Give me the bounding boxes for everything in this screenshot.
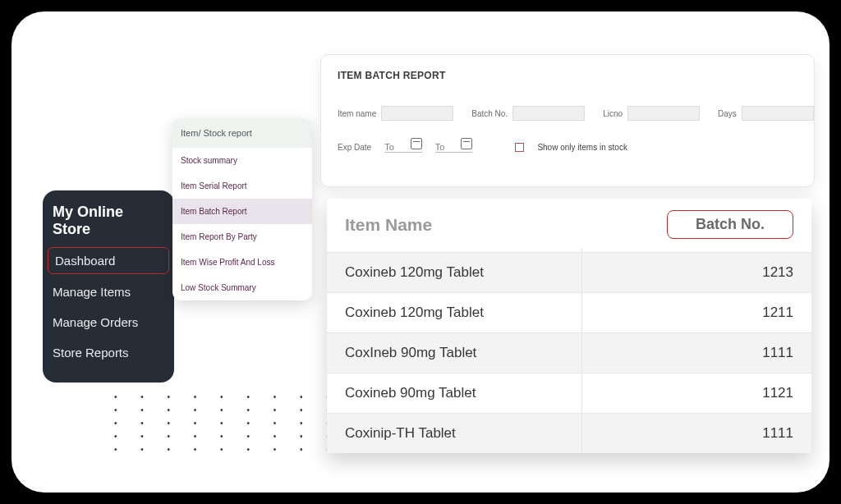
cell-item-name: Coxineb 120mg Tablet [345, 264, 728, 281]
calendar-icon[interactable] [411, 138, 422, 149]
sidebar-item-store-reports[interactable]: Store Reports [43, 337, 174, 368]
table-row[interactable]: Coxineb 90mg Tablet 1121 [327, 373, 811, 413]
batch-no-input[interactable] [512, 106, 585, 121]
submenu-item-batch-report[interactable]: Item Batch Report [172, 199, 312, 224]
cell-item-name: Coxineb 90mg Tablet [345, 385, 728, 401]
cell-batch-no: 1213 [728, 264, 793, 281]
table-header: Item Name Batch No. [327, 199, 811, 252]
filter-panel-title: ITEM BATCH REPORT [338, 70, 797, 81]
app-canvas: • • • • • • • • • • • • • • • • • • • • … [11, 11, 830, 493]
batch-report-filter-panel: ITEM BATCH REPORT Item name Batch No. Li… [320, 54, 815, 187]
item-name-label: Item name [338, 109, 376, 118]
table-row[interactable]: Coxineb 120mg Tablet 1211 [327, 292, 811, 332]
column-divider [581, 248, 582, 453]
submenu-header: Item/ Stock report [172, 118, 312, 148]
days-input[interactable] [742, 106, 814, 121]
cell-batch-no: 1211 [728, 305, 793, 321]
submenu-low-stock-summary[interactable]: Low Stock Summary [172, 275, 312, 300]
submenu-stock-summary[interactable]: Stock summary [172, 148, 312, 173]
store-brand: My Online Store [43, 202, 174, 245]
exp-date-label: Exp Date [338, 143, 371, 152]
licno-label: Licno [603, 109, 623, 118]
sidebar-item-manage-orders[interactable]: Manage Orders [43, 307, 174, 337]
batch-report-table: Item Name Batch No. Coxineb 120mg Tablet… [327, 199, 811, 453]
sidebar-item-manage-items[interactable]: Manage Items [43, 277, 174, 307]
batch-no-label: Batch No. [471, 109, 508, 118]
table-body: Coxineb 120mg Tablet 1213 Coxineb 120mg … [327, 252, 811, 453]
cell-item-name: Coxinip-TH Tablet [345, 425, 728, 442]
show-only-in-stock-label: Show only items in stock [537, 143, 627, 152]
exp-to-date[interactable]: To [435, 139, 473, 156]
table-row[interactable]: Coxinip-TH Tablet 1111 [327, 413, 811, 453]
licno-input[interactable] [627, 106, 700, 121]
column-item-name: Item Name [345, 215, 432, 235]
show-only-in-stock-checkbox[interactable] [515, 143, 524, 152]
calendar-icon[interactable] [461, 138, 472, 149]
submenu-item-report-by-party[interactable]: Item Report By Party [172, 224, 312, 250]
cell-item-name: CoxIneb 90mg Tablet [345, 345, 728, 361]
table-row[interactable]: Coxineb 120mg Tablet 1213 [327, 252, 811, 292]
decorative-dots: • • • • • • • • • • • • • • • • • • • • … [114, 391, 340, 456]
item-name-input[interactable] [381, 106, 453, 121]
exp-from-date[interactable]: To [384, 139, 422, 156]
filter-row-1: Item name Batch No. Licno Days [338, 106, 797, 121]
main-sidebar: My Online Store Dashboard Manage Items M… [43, 190, 174, 383]
cell-batch-no: 1111 [728, 425, 793, 442]
submenu-item-wise-profit-loss[interactable]: Item Wise Profit And Loss [172, 250, 312, 275]
cell-item-name: Coxineb 120mg Tablet [345, 305, 728, 321]
submenu-item-serial-report[interactable]: Item Serial Report [172, 173, 312, 199]
table-row[interactable]: CoxIneb 90mg Tablet 1111 [327, 332, 811, 373]
filter-row-2: Exp Date To To Show only items in stock [338, 139, 797, 156]
stock-report-submenu: Item/ Stock report Stock summary Item Se… [172, 118, 312, 300]
days-label: Days [718, 109, 737, 118]
sidebar-item-dashboard[interactable]: Dashboard [48, 247, 169, 274]
column-batch-no[interactable]: Batch No. [667, 210, 793, 239]
cell-batch-no: 1121 [728, 385, 793, 401]
cell-batch-no: 1111 [728, 345, 793, 361]
